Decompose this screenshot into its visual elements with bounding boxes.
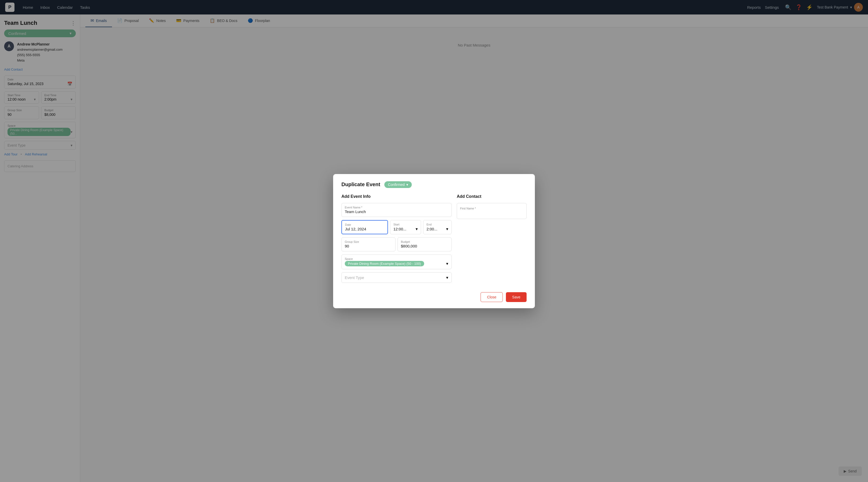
modal-event-info-section: Add Event Info Event Name * Date Jul 12,…	[341, 194, 452, 286]
modal-header: Duplicate Event Confirmed ▾	[341, 181, 527, 188]
modal-event-type-placeholder: Event Type	[345, 276, 364, 280]
chevron-down-icon: ▾	[416, 227, 418, 231]
modal-space-label: Space	[345, 257, 448, 260]
modal-event-name-label: Event Name *	[345, 206, 448, 209]
modal-first-name-label: First Name *	[460, 207, 523, 210]
modal-group-size-input[interactable]	[345, 244, 392, 248]
modal-event-name-input[interactable]	[345, 210, 448, 214]
modal-start-value: 12:00...	[393, 227, 416, 231]
modal-end-field[interactable]: End 2:00... ▾	[423, 220, 452, 234]
modal-title: Duplicate Event	[341, 182, 380, 188]
modal-first-name-field[interactable]: First Name *	[457, 203, 527, 219]
modal-group-size-field[interactable]: Group Size	[341, 237, 396, 251]
modal-date-field[interactable]: Date Jul 12, 2024	[341, 220, 388, 234]
modal-status-badge[interactable]: Confirmed ▾	[384, 181, 412, 188]
modal-event-type-field[interactable]: Event Type ▾	[341, 272, 452, 283]
modal-event-name-field[interactable]: Event Name *	[341, 203, 452, 217]
add-contact-title: Add Contact	[457, 194, 527, 199]
chevron-down-icon: ▾	[446, 275, 448, 280]
modal-contact-section: Add Contact First Name *	[457, 194, 527, 286]
modal-body: Add Event Info Event Name * Date Jul 12,…	[341, 194, 527, 286]
modal-space-field[interactable]: Space Private Dining Room (Example Space…	[341, 254, 452, 269]
modal-end-value: 2:00...	[427, 227, 446, 231]
modal-date-label: Date	[345, 223, 384, 226]
modal-first-name-input[interactable]	[460, 211, 523, 215]
modal-budget-input[interactable]	[401, 244, 448, 248]
modal-budget-label: Budget	[401, 240, 448, 243]
duplicate-event-modal: Duplicate Event Confirmed ▾ Add Event In…	[333, 174, 535, 308]
modal-space-chip: Private Dining Room (Example Space) (50 …	[345, 261, 424, 266]
modal-group-size-label: Group Size	[345, 240, 392, 243]
chevron-down-icon: ▾	[406, 183, 408, 187]
modal-end-label: End	[427, 223, 448, 226]
modal-budget-field[interactable]: Budget	[398, 237, 452, 251]
modal-overlay[interactable]: Duplicate Event Confirmed ▾ Add Event In…	[0, 0, 868, 482]
modal-group-budget-row: Group Size Budget	[341, 237, 452, 251]
chevron-down-icon: ▾	[446, 261, 448, 266]
modal-footer: Close Save	[341, 292, 527, 302]
chevron-down-icon: ▾	[446, 227, 448, 231]
modal-date-time-row: Date Jul 12, 2024 Start 12:00... ▾ End	[341, 220, 452, 234]
modal-date-value: Jul 12, 2024	[345, 227, 384, 231]
add-event-info-title: Add Event Info	[341, 194, 452, 199]
close-button[interactable]: Close	[480, 292, 503, 302]
save-button[interactable]: Save	[506, 292, 527, 302]
modal-start-label: Start	[393, 223, 418, 226]
modal-start-field[interactable]: Start 12:00... ▾	[390, 220, 421, 234]
